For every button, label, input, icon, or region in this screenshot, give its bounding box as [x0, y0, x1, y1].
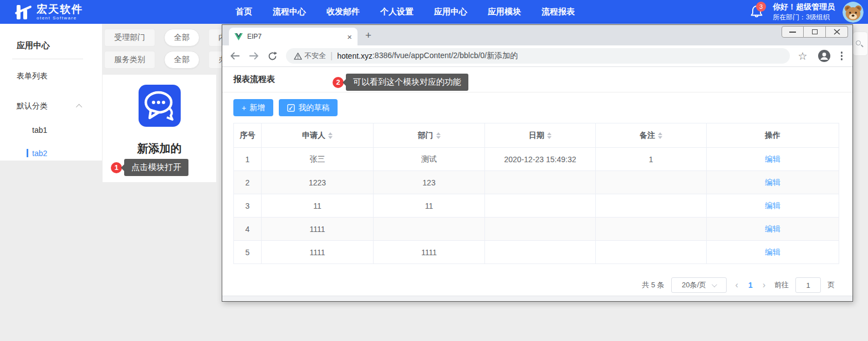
table-header-row: 序号 申请人 部门 日期 备注 操作: [234, 123, 839, 148]
header-department[interactable]: 部门: [374, 123, 485, 147]
reload-icon[interactable]: [268, 51, 277, 61]
hotent-logo-icon: [16, 4, 32, 20]
sort-icon[interactable]: [658, 132, 662, 139]
page-unit-label: 页: [828, 280, 835, 290]
cell-department: [374, 218, 485, 240]
sidebar-item-tab1[interactable]: tab1: [0, 111, 102, 135]
edit-link[interactable]: 编辑: [765, 178, 780, 188]
cell-seq: 2: [234, 171, 262, 194]
draft-edit-icon: [287, 104, 295, 112]
sidebar-item-tab2[interactable]: tab2: [0, 135, 102, 158]
minimize-button[interactable]: [782, 26, 804, 38]
annotation-step-2: 2 可以看到这个模块对应的功能: [333, 74, 468, 91]
new-tab-button[interactable]: +: [365, 29, 371, 42]
filter-label-service-type[interactable]: 服务类别: [104, 51, 155, 69]
annotation-step-1: 1 点击模块打开: [111, 159, 188, 176]
cell-applicant: 1111: [262, 218, 374, 240]
nav-process-report[interactable]: 流程报表: [542, 7, 575, 17]
cell-seq: 5: [234, 241, 262, 264]
browser-tab-eip7[interactable]: EIP7 ×: [229, 28, 358, 45]
browser-url-bar: 不安全 | hotent.xyz :8386/fvue/appContent/2…: [222, 45, 852, 67]
app-logo: 宏天软件 otent Software: [16, 4, 83, 20]
notification-bell-icon[interactable]: 3: [749, 4, 765, 20]
header-date[interactable]: 日期: [485, 123, 596, 147]
my-drafts-button[interactable]: 我的草稿: [279, 99, 338, 116]
bookmark-star-icon[interactable]: ☆: [798, 51, 807, 61]
add-button-label: 新增: [249, 103, 265, 113]
edit-link[interactable]: 编辑: [765, 224, 780, 234]
sort-icon[interactable]: [328, 132, 333, 139]
browser-window: EIP7 × + 不安全 | hotent.xyz: [222, 24, 853, 302]
header-actions: 操作: [707, 123, 839, 147]
total-count: 共 5 条: [642, 280, 664, 290]
nav-app-module[interactable]: 应用模块: [488, 7, 521, 17]
profile-icon[interactable]: [818, 49, 831, 63]
sidebar-item-form-list[interactable]: 表单列表: [0, 59, 102, 81]
table-row: 4 1111 编辑: [234, 218, 839, 241]
cell-seq: 3: [234, 194, 262, 217]
pagination: 共 5 条 20条/页 ‹ 1 › 前往 页: [222, 264, 852, 293]
sort-icon[interactable]: [436, 132, 441, 139]
cell-date: [485, 241, 596, 264]
forward-icon[interactable]: [249, 52, 259, 60]
sidebar-item-tab2-label: tab2: [32, 149, 47, 158]
current-page[interactable]: 1: [747, 281, 754, 290]
filter-all-1[interactable]: 全部: [164, 29, 200, 46]
cell-applicant: 张三: [262, 148, 374, 170]
page-size-select[interactable]: 20条/页: [671, 277, 727, 293]
cell-date: 2020-12-23 15:49:32: [485, 148, 596, 170]
user-avatar[interactable]: [843, 2, 864, 23]
url-host: hotent.xyz: [337, 51, 372, 60]
close-button[interactable]: [826, 26, 848, 38]
cell-applicant: 1111: [262, 241, 374, 264]
vue-logo-icon: [234, 33, 243, 40]
sort-icon[interactable]: [547, 132, 552, 139]
browser-tab-strip: EIP7 × +: [222, 25, 852, 45]
filter-all-2[interactable]: 全部: [164, 51, 200, 69]
nav-app-center[interactable]: 应用中心: [434, 7, 467, 17]
edit-link[interactable]: 编辑: [765, 247, 780, 257]
nav-home[interactable]: 首页: [236, 7, 252, 17]
user-greeting: 你好！超级管理员: [773, 2, 835, 12]
address-bar[interactable]: 不安全 | hotent.xyz :8386/fvue/appContent/2…: [286, 48, 790, 64]
user-department: 所在部门：3级组织: [773, 13, 835, 22]
edit-link[interactable]: 编辑: [765, 154, 780, 164]
tab-close-icon[interactable]: ×: [347, 33, 352, 41]
add-button[interactable]: + 新增: [233, 99, 273, 116]
maximize-button[interactable]: [804, 26, 826, 38]
window-bottom-strip: [222, 296, 852, 301]
sidebar-group-default-category[interactable]: 默认分类: [0, 81, 102, 111]
cell-department: 1111: [374, 241, 485, 264]
page-size-value: 20条/页: [682, 280, 706, 290]
next-page-button[interactable]: ›: [760, 280, 768, 290]
url-separator: |: [330, 51, 333, 61]
active-indicator-bar: [27, 149, 28, 157]
cell-department: 123: [374, 171, 485, 194]
tab-title: EIP7: [247, 33, 347, 40]
prev-page-button[interactable]: ‹: [733, 280, 741, 290]
goto-page-input[interactable]: [795, 277, 821, 293]
window-controls: [782, 26, 848, 38]
top-navigation-bar: 宏天软件 otent Software 首页 流程中心 收发邮件 个人设置 应用…: [0, 0, 868, 24]
header-seq: 序号: [234, 123, 262, 147]
annotation-2-badge: 2: [333, 77, 344, 88]
browser-menu-icon[interactable]: [841, 51, 843, 60]
page-title-bar: 报表流程表: [222, 67, 852, 92]
header-applicant[interactable]: 申请人: [262, 123, 374, 147]
back-icon[interactable]: [230, 52, 240, 60]
nav-mail[interactable]: 收发邮件: [326, 7, 360, 17]
my-drafts-label: 我的草稿: [298, 103, 329, 113]
url-path: :8386/fvue/appContent/2/bblcb/0/新添加的: [372, 51, 518, 61]
nav-process-center[interactable]: 流程中心: [273, 7, 306, 17]
cell-remark: [596, 171, 707, 194]
edit-link[interactable]: 编辑: [765, 201, 780, 211]
main-menu: 首页 流程中心 收发邮件 个人设置 应用中心 应用模块 流程报表: [236, 0, 575, 24]
header-remark[interactable]: 备注: [596, 123, 707, 147]
goto-label: 前往: [774, 280, 789, 290]
annotation-2-tooltip: 可以看到这个模块对应的功能: [346, 74, 468, 91]
nav-personal-settings[interactable]: 个人设置: [380, 7, 413, 17]
filter-label-accept-dept[interactable]: 受理部门: [104, 29, 155, 46]
cell-date: [485, 194, 596, 217]
annotation-1-badge: 1: [111, 162, 122, 173]
cell-remark: [596, 218, 707, 240]
